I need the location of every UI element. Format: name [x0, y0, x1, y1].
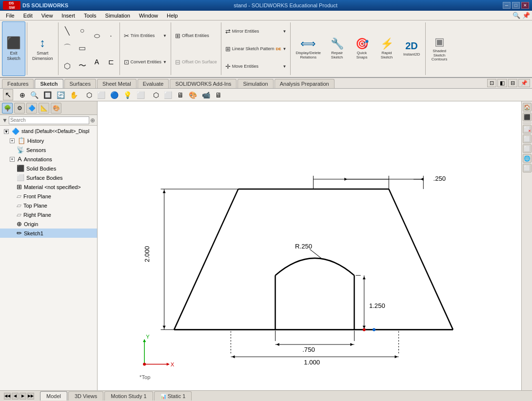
circle-button[interactable]: ○: [75, 26, 90, 36]
record[interactable]: 📹: [200, 90, 212, 100]
view-settings[interactable]: ⬡: [151, 90, 161, 100]
pattern-arrow[interactable]: ▼: [283, 47, 287, 51]
status-tab-model[interactable]: Model: [40, 391, 67, 401]
pan-view[interactable]: ✋: [68, 90, 80, 100]
shadows-button[interactable]: ⬜: [523, 164, 532, 172]
root-expand[interactable]: ▼: [4, 129, 9, 134]
nav-first[interactable]: ◀◀: [4, 393, 11, 400]
lighting[interactable]: 💡: [121, 90, 134, 100]
convert-arrow[interactable]: ▼: [163, 60, 167, 64]
history-expand[interactable]: +: [10, 138, 15, 143]
zoom-previous[interactable]: 🔲: [41, 90, 54, 100]
offset-entities-button[interactable]: ⊞ Offset Entities: [173, 31, 219, 40]
sketch-canvas[interactable]: .250 R.250 2.000: [98, 101, 532, 390]
pin-icon[interactable]: 📌: [522, 12, 530, 19]
mirror-arrow[interactable]: ▼: [283, 29, 287, 34]
tree-item-surface-bodies[interactable]: ⬜ Surface Bodies: [0, 173, 97, 182]
nav-next[interactable]: ▶: [20, 393, 26, 400]
zoom-to-fit[interactable]: ⊕: [18, 90, 27, 100]
rotate-view[interactable]: 🔄: [55, 90, 67, 100]
tab-sketch[interactable]: Sketch: [35, 79, 63, 88]
tree-tab-config[interactable]: 🔷: [26, 103, 37, 114]
tab-evaluate[interactable]: Evaluate: [138, 79, 169, 88]
menu-insert[interactable]: Insert: [58, 12, 79, 19]
tree-item-history[interactable]: + 📋 History: [0, 136, 97, 145]
menu-edit[interactable]: Edit: [20, 12, 37, 19]
arc-button[interactable]: ⌒: [60, 42, 75, 54]
decals-button[interactable]: ⬜: [523, 144, 532, 153]
appearance-button[interactable]: ⬜ ✕: [523, 125, 532, 134]
tree-item-solid-bodies[interactable]: ⬛ Solid Bodies: [0, 164, 97, 173]
zoom-window[interactable]: 🔍: [28, 90, 40, 100]
tree-item-top-plane[interactable]: ▱ Top Plane: [0, 201, 97, 210]
line-button[interactable]: ╲: [60, 26, 75, 36]
menu-help[interactable]: Help: [163, 12, 182, 19]
smart-dimension-button[interactable]: ↕ SmartDimension: [29, 21, 57, 76]
cmd-manager-pin[interactable]: 📌: [518, 79, 530, 87]
tree-item-annotations[interactable]: + A Annotations: [0, 154, 97, 164]
view-3d[interactable]: 🖥: [213, 90, 224, 100]
menu-simulation[interactable]: Simulation: [101, 12, 134, 19]
spline-button[interactable]: 〜: [75, 60, 90, 72]
instant2d-button[interactable]: 2D Instant2D: [399, 39, 424, 58]
linear-pattern-button[interactable]: ⊞ Linear Sketch Pattern DE ▼: [223, 44, 289, 54]
tab-surfaces[interactable]: Surfaces: [64, 79, 96, 88]
tree-tab-feature[interactable]: 🌳: [2, 103, 13, 114]
display-delete-relations-button[interactable]: ⟺ Display/DeleteRelations: [292, 36, 324, 61]
construction-button[interactable]: ⊏: [104, 58, 118, 66]
search-input[interactable]: [9, 116, 89, 124]
trim-arrow[interactable]: ▼: [163, 34, 167, 38]
tree-item-front-plane[interactable]: ▱ Front Plane: [0, 191, 97, 201]
section-view[interactable]: ⬜: [95, 90, 107, 100]
trim-entities-button[interactable]: ✂ Trim Entities ▼: [121, 31, 169, 40]
nav-prev[interactable]: ◀: [12, 393, 19, 400]
home-view-button[interactable]: 🏠: [523, 103, 532, 112]
status-tab-static[interactable]: 📊 Static 1: [154, 391, 192, 401]
repair-sketch-button[interactable]: 🔧 RepairSketch: [325, 36, 349, 61]
point-button[interactable]: ·: [104, 32, 118, 39]
tree-item-right-plane[interactable]: ▱ Right Plane: [0, 210, 97, 219]
tab-simulation[interactable]: Simulation: [237, 79, 273, 88]
cmd-manager-options[interactable]: ⊡: [487, 79, 496, 87]
exit-sketch-button[interactable]: ⬛ ExitSketch: [2, 21, 25, 76]
text-button[interactable]: A: [90, 58, 104, 66]
tree-tab-property[interactable]: ⚙: [14, 103, 25, 114]
render[interactable]: 🖥: [175, 90, 186, 100]
apply-scene[interactable]: ⬜: [135, 90, 147, 100]
ellipse-button[interactable]: ⬭: [90, 32, 104, 40]
shaded-sketch-button[interactable]: ▣ ShadedSketchContours: [427, 34, 452, 63]
realview-button[interactable]: 🌐: [523, 154, 532, 163]
nav-last[interactable]: ▶▶: [27, 393, 34, 400]
view-orientation[interactable]: ⬡: [84, 90, 94, 100]
display-style[interactable]: 🔵: [108, 90, 120, 100]
scene-background[interactable]: 🎨: [187, 90, 199, 100]
tab-analysis-prep[interactable]: Analysis Preparation: [275, 79, 335, 88]
move-entities-button[interactable]: ✛ Move Entities ▼: [223, 62, 289, 71]
tree-item-sketch1[interactable]: ✏ Sketch1: [0, 229, 97, 238]
menu-view[interactable]: View: [38, 12, 57, 19]
tree-tab-display[interactable]: 🎨: [51, 103, 61, 114]
rectangle-button[interactable]: ▭: [75, 43, 90, 53]
annotations-expand[interactable]: +: [10, 157, 15, 162]
cmd-manager-expand[interactable]: ◧: [497, 79, 507, 87]
tree-tab-dime[interactable]: 📐: [39, 103, 49, 114]
cmd-manager-collapse[interactable]: ⊟: [508, 79, 517, 87]
tree-item-sensors[interactable]: 📡 Sensors: [0, 145, 97, 154]
close-button[interactable]: ✕: [521, 2, 529, 9]
tree-item-material[interactable]: ⊞ Material <not specified>: [0, 182, 97, 191]
mirror-entities-button[interactable]: ⇄ Mirror Entities ▼: [223, 27, 289, 36]
select-tool[interactable]: ↖: [3, 89, 13, 100]
hide-show[interactable]: ⬜: [162, 90, 174, 100]
window-controls[interactable]: ─ □ ✕: [503, 2, 529, 9]
tab-solidworks-addins[interactable]: SOLIDWORKS Add-Ins: [170, 79, 236, 88]
rapid-sketch-button[interactable]: ⚡ RapidSketch: [374, 36, 399, 61]
status-tab-motion[interactable]: Motion Study 1: [104, 391, 153, 401]
minimize-button[interactable]: ─: [503, 2, 511, 9]
status-tab-3dviews[interactable]: 3D Views: [68, 391, 103, 401]
maximize-button[interactable]: □: [512, 2, 520, 9]
scene-button[interactable]: ⬜: [523, 134, 532, 143]
tab-sheet-metal[interactable]: Sheet Metal: [97, 79, 137, 88]
menu-tools[interactable]: Tools: [80, 12, 100, 19]
quick-snaps-button[interactable]: 🎯 QuickSnaps: [350, 36, 374, 61]
move-arrow[interactable]: ▼: [283, 64, 287, 69]
